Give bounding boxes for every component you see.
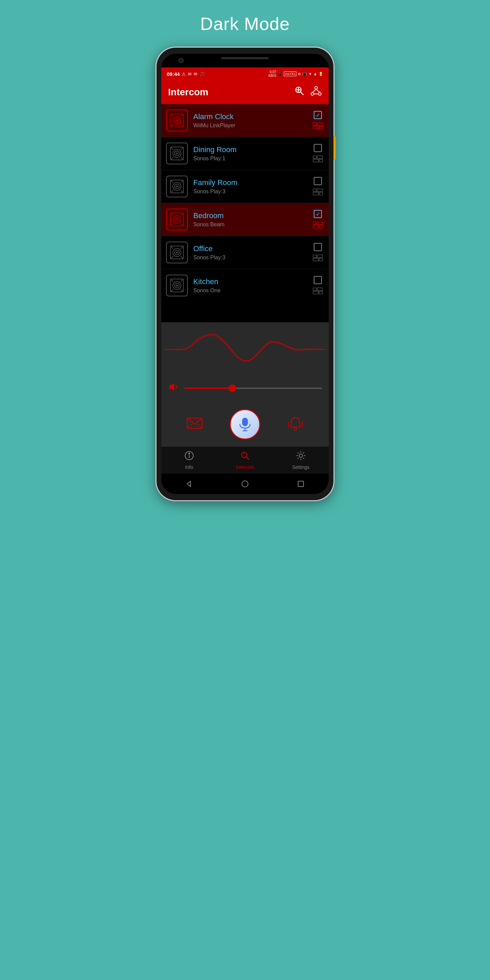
bottom-controls xyxy=(161,402,329,447)
svg-line-53 xyxy=(181,223,183,226)
checkbox-alarm[interactable]: ✓ xyxy=(314,111,322,119)
grid-icon-office[interactable] xyxy=(312,254,324,262)
phone-screen: 09:44 ⚠ ✉ ✉ 🎵 0.07KB/S 📱 VoLTE1 ⊖ 📳 ▼ ▲ … xyxy=(161,54,329,494)
list-item[interactable]: Family Room Sonos Play:3 xyxy=(161,170,329,203)
bell-button[interactable] xyxy=(285,414,306,435)
network-icon[interactable] xyxy=(310,85,322,99)
device-info-dining: Dining Room Sonos Play:1 xyxy=(193,145,312,162)
mic-icon-wrap[interactable] xyxy=(230,409,260,440)
nav-item-info[interactable]: Info xyxy=(161,450,217,470)
grid-icon-kitchen[interactable] xyxy=(312,287,324,295)
svg-rect-32 xyxy=(313,159,318,162)
svg-rect-44 xyxy=(313,192,318,195)
grid-icon-bedroom[interactable] xyxy=(312,221,324,229)
svg-line-52 xyxy=(170,223,173,226)
svg-rect-54 xyxy=(313,222,317,224)
data-speed: 0.07KB/S xyxy=(269,70,276,78)
svg-line-16 xyxy=(170,124,173,127)
checkbox-family[interactable] xyxy=(314,177,322,185)
svg-rect-30 xyxy=(313,156,317,159)
device-name-family: Family Room xyxy=(193,178,312,187)
list-item[interactable]: Dining Room Sonos Play:1 xyxy=(161,137,329,170)
checkbox-kitchen[interactable] xyxy=(314,276,322,284)
svg-rect-80 xyxy=(313,291,318,294)
svg-point-98 xyxy=(242,481,248,487)
grid-icon-family[interactable] xyxy=(312,188,324,196)
svg-point-72 xyxy=(175,283,179,288)
svg-point-47 xyxy=(173,215,181,224)
search-plus-icon[interactable] xyxy=(294,86,305,99)
svg-point-93 xyxy=(189,453,190,454)
device-info-kitchen: Kitchen Sonos One xyxy=(193,277,312,294)
message-button[interactable] xyxy=(184,414,205,435)
list-item[interactable]: Bedroom Sonos Beam ✓ xyxy=(161,203,329,236)
checkbox-dining[interactable] xyxy=(314,144,322,152)
svg-rect-19 xyxy=(317,123,323,126)
svg-point-12 xyxy=(175,118,179,123)
svg-line-85 xyxy=(187,424,192,428)
info-icon xyxy=(184,450,194,463)
recents-button[interactable] xyxy=(294,477,308,491)
svg-rect-33 xyxy=(319,159,323,162)
speaker-bar xyxy=(221,57,269,59)
svg-line-95 xyxy=(247,457,249,460)
svg-point-5 xyxy=(311,92,314,95)
device-icon-alarm xyxy=(166,110,188,131)
message-icon-wrap xyxy=(184,414,205,435)
svg-line-38 xyxy=(170,180,173,183)
device-model-kitchen: Sonos One xyxy=(193,288,312,294)
nav-item-intercom[interactable]: Intercom xyxy=(217,450,273,470)
svg-rect-78 xyxy=(313,288,317,291)
svg-point-96 xyxy=(299,454,302,457)
checkbox-office[interactable] xyxy=(314,243,322,251)
back-button[interactable] xyxy=(182,477,196,491)
device-model-office: Sonos Play:3 xyxy=(193,255,312,261)
svg-rect-87 xyxy=(242,418,248,426)
list-item[interactable]: Kitchen Sonos One xyxy=(161,269,329,302)
list-item[interactable]: Office Sonos Play:3 xyxy=(161,236,329,269)
svg-point-94 xyxy=(242,452,247,458)
svg-line-26 xyxy=(170,147,173,150)
nav-label-settings: Settings xyxy=(292,465,310,470)
device-icon-kitchen xyxy=(166,275,188,296)
device-name-kitchen: Kitchen xyxy=(193,277,312,286)
svg-rect-69 xyxy=(319,258,323,261)
minus-icon: ⊖ xyxy=(298,72,301,76)
volume-slider[interactable] xyxy=(185,388,322,389)
svg-point-71 xyxy=(173,282,181,290)
volume-area xyxy=(161,377,329,402)
waveform-area xyxy=(161,322,329,377)
intercom-search-icon xyxy=(240,450,250,463)
grid-icon-alarm[interactable] xyxy=(312,122,324,130)
svg-line-50 xyxy=(170,213,173,216)
svg-point-4 xyxy=(315,86,318,89)
music-icon: 🎵 xyxy=(199,72,205,76)
svg-rect-99 xyxy=(298,481,304,487)
list-item[interactable]: Alarm Clock WiiMu LinkPlayer ✓ xyxy=(161,104,329,137)
bottom-nav: Info Intercom Settings xyxy=(161,447,329,474)
status-time: 09:44 xyxy=(167,71,180,77)
svg-rect-42 xyxy=(313,189,317,192)
svg-line-63 xyxy=(181,246,183,249)
svg-rect-57 xyxy=(319,225,323,228)
device-actions-kitchen xyxy=(312,276,324,295)
grid-icon-dining[interactable] xyxy=(312,155,324,163)
home-button[interactable] xyxy=(238,477,252,491)
svg-point-25 xyxy=(176,153,178,154)
svg-point-37 xyxy=(176,186,178,187)
nav-item-settings[interactable]: Settings xyxy=(273,450,329,470)
device-info-bedroom: Bedroom Sonos Beam xyxy=(193,211,312,228)
checkbox-bedroom[interactable]: ✓ xyxy=(314,210,322,218)
svg-rect-68 xyxy=(313,258,318,261)
volume-fill xyxy=(185,388,232,389)
mic-button[interactable] xyxy=(230,409,260,440)
svg-line-65 xyxy=(181,256,183,259)
svg-rect-18 xyxy=(313,123,317,126)
phone-shell: 09:44 ⚠ ✉ ✉ 🎵 0.07KB/S 📱 VoLTE1 ⊖ 📳 ▼ ▲ … xyxy=(156,48,334,500)
svg-marker-97 xyxy=(187,481,191,487)
volume-thumb[interactable] xyxy=(229,385,236,392)
svg-rect-55 xyxy=(317,222,323,224)
svg-point-61 xyxy=(176,252,178,253)
device-model-alarm: WiiMu LinkPlayer xyxy=(193,123,312,129)
svg-rect-79 xyxy=(317,288,323,291)
